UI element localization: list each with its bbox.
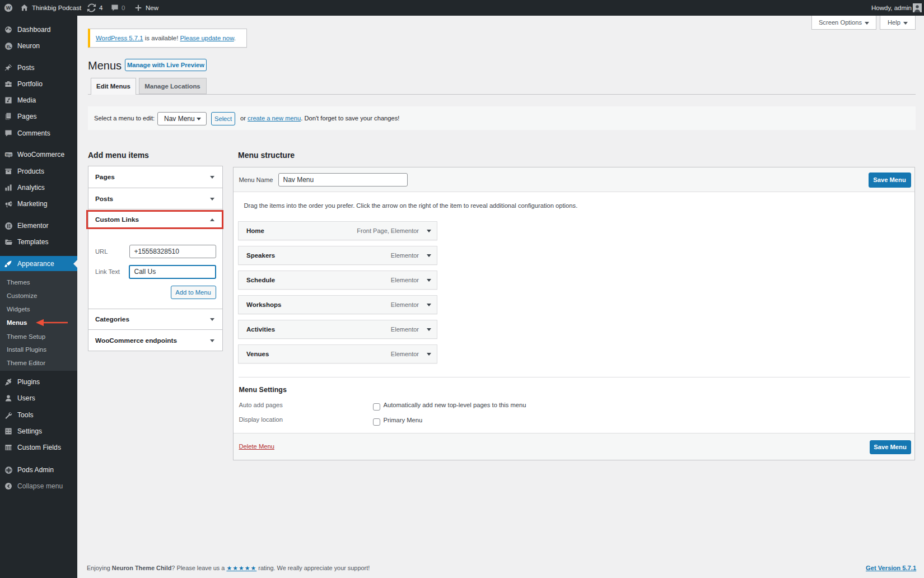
svg-text:Woo: Woo xyxy=(6,153,11,156)
svg-text:W: W xyxy=(6,5,11,11)
svg-text:n: n xyxy=(7,44,10,49)
